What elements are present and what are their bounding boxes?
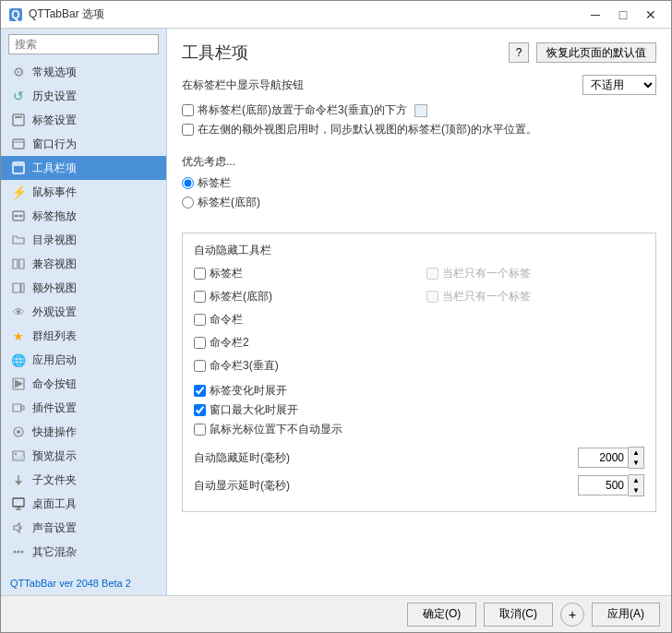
check-expand-row: 标签变化时展开 [194, 383, 644, 399]
hide-delay-down[interactable]: ▼ [629, 458, 643, 468]
hide-delay-arrows: ▲ ▼ [629, 447, 644, 469]
show-delay-down[interactable]: ▼ [629, 485, 643, 496]
check-expand[interactable] [194, 385, 206, 397]
sidebar-item-desktop[interactable]: 桌面工具 [1, 492, 166, 516]
image-icon [10, 448, 27, 464]
sidebar-item-twinview[interactable]: 兼容视图 [1, 252, 166, 276]
close-button[interactable]: ✕ [638, 5, 664, 25]
check-maximize[interactable] [194, 404, 206, 416]
twin-icon [10, 256, 27, 272]
sidebar-item-preview[interactable]: 预览提示 [1, 444, 166, 468]
ok-button[interactable]: 确定(O) [407, 603, 476, 627]
sidebar-item-window[interactable]: 窗口行为 [1, 132, 166, 156]
sidebar-item-toolbar[interactable]: 工具栏项 [1, 156, 166, 180]
svg-rect-14 [13, 283, 20, 293]
sidebar-item-history[interactable]: ↺ 历史设置 [1, 84, 166, 108]
delay-section: 自动隐藏延时(毫秒) 2000 ▲ ▼ 自动显示延时(毫秒) 500 [194, 447, 644, 496]
sidebar-item-appearance[interactable]: 👁 外观设置 [1, 300, 166, 324]
autohide-side-check-0[interactable] [426, 268, 438, 280]
radio1-label: 标签栏 [198, 175, 231, 191]
svg-rect-26 [13, 498, 24, 507]
nav-buttons-row: 在标签栏中显示导航按钮 不适用 [182, 75, 656, 95]
sidebar-item-appstart[interactable]: 🌐 应用启动 [1, 348, 166, 372]
show-delay-up[interactable]: ▲ [629, 475, 643, 485]
show-delay-label: 自动显示延时(毫秒) [194, 478, 578, 494]
show-delay-arrows: ▲ ▼ [629, 474, 644, 496]
autohide-side-0: 当栏只有一个标签 [426, 266, 644, 281]
sidebar-item-mouse[interactable]: ⚡ 鼠标事件 [1, 180, 166, 204]
help-button[interactable]: ? [509, 42, 529, 63]
subdir-icon [10, 472, 27, 488]
radio2[interactable] [182, 197, 194, 209]
checkbox2[interactable] [182, 124, 194, 136]
plus-button[interactable]: + [560, 603, 584, 627]
content-area: ⚙ 常规选项 ↺ 历史设置 标签设置 窗口行为 [1, 29, 671, 595]
sidebar-item-grouplist[interactable]: ★ 群组列表 [1, 324, 166, 348]
sidebar-item-drag[interactable]: 标签拖放 [1, 204, 166, 228]
radio1[interactable] [182, 177, 194, 189]
svg-marker-10 [14, 214, 17, 218]
version-link[interactable]: QTTabBar ver 2048 Beta 2 [10, 578, 131, 589]
svg-rect-4 [13, 139, 24, 149]
svg-point-32 [18, 551, 20, 554]
sidebar-item-dirview[interactable]: 目录视图 [1, 228, 166, 252]
svg-rect-7 [14, 163, 23, 166]
svg-marker-30 [14, 523, 19, 532]
sidebar-item-hotkey[interactable]: 快捷操作 [1, 420, 166, 444]
autohide-side-check-1[interactable] [426, 291, 438, 303]
autohide-row-0: 标签栏 [194, 266, 412, 281]
checkbox1-label: 将标签栏(底部)放置于命令栏3(垂直)的下方 [198, 102, 407, 118]
page-title: 工具栏项 [182, 42, 509, 64]
radio2-row: 标签栏(底部) [182, 195, 656, 210]
svg-rect-13 [19, 259, 24, 269]
check-mouse-label: 鼠标光标位置下不自动显示 [210, 422, 342, 437]
autohide-check-0[interactable] [194, 268, 206, 280]
maximize-button[interactable]: □ [610, 5, 636, 25]
auto-hide-section: 自动隐藏工具栏 标签栏 当栏只有一个标签 标签栏(底部) [182, 233, 656, 512]
reset-button[interactable]: 恢复此页面的默认值 [536, 42, 656, 63]
checkbox1[interactable] [182, 104, 194, 116]
svg-rect-19 [21, 406, 24, 410]
autohide-check-3[interactable] [194, 337, 206, 349]
tag-icon [10, 112, 27, 128]
svg-rect-18 [13, 404, 21, 412]
title-bar: Q QTTabBar 选项 ─ □ ✕ [1, 1, 671, 29]
extra-checks: 标签变化时展开 窗口最大化时展开 鼠标光标位置下不自动显示 [194, 383, 644, 437]
search-input[interactable] [8, 34, 159, 54]
sidebar-item-subdir[interactable]: 子文件夹 [1, 468, 166, 492]
sidebar-item-cmdbutton[interactable]: ▶ 命令按钮 [1, 372, 166, 396]
hide-delay-up[interactable]: ▲ [629, 448, 643, 458]
history-icon: ↺ [10, 88, 27, 104]
sidebar-item-extview[interactable]: 额外视图 [1, 276, 166, 300]
hide-delay-input[interactable]: 2000 [578, 448, 629, 468]
show-delay-input[interactable]: 500 [578, 475, 629, 496]
check-mouse[interactable] [194, 424, 206, 436]
window-icon [10, 136, 27, 152]
sidebar: ⚙ 常规选项 ↺ 历史设置 标签设置 窗口行为 [1, 29, 167, 595]
sidebar-item-misc[interactable]: 其它混杂 [1, 540, 166, 564]
minimize-button[interactable]: ─ [582, 5, 608, 25]
checkbox1-extra-box[interactable] [414, 104, 427, 117]
nav-buttons-select[interactable]: 不适用 [582, 75, 656, 95]
sidebar-item-tabs[interactable]: 标签设置 [1, 108, 166, 132]
sidebar-footer: QTTabBar ver 2048 Beta 2 [1, 571, 166, 595]
sidebar-item-sound[interactable]: 声音设置 [1, 516, 166, 540]
svg-rect-3 [15, 116, 22, 118]
autohide-side-1: 当栏只有一个标签 [426, 289, 644, 305]
autohide-row-4: 命令栏3(垂直) [194, 358, 412, 374]
nav-buttons-label: 在标签栏中显示导航按钮 [182, 78, 582, 93]
hide-delay-label: 自动隐藏延时(毫秒) [194, 450, 578, 466]
autohide-check-4[interactable] [194, 360, 206, 372]
autohide-check-1[interactable] [194, 291, 206, 303]
svg-rect-2 [13, 114, 24, 125]
star-icon: ★ [10, 328, 27, 344]
sidebar-item-general[interactable]: ⚙ 常规选项 [1, 60, 166, 84]
sound-icon [10, 520, 27, 536]
cancel-button[interactable]: 取消(C) [484, 603, 553, 627]
autohide-check-2[interactable] [194, 314, 206, 326]
window-title: QTTabBar 选项 [29, 6, 582, 22]
drag-icon [10, 208, 27, 224]
sidebar-item-plugin[interactable]: 插件设置 [1, 396, 166, 420]
nav-list: ⚙ 常规选项 ↺ 历史设置 标签设置 窗口行为 [1, 60, 166, 571]
apply-button[interactable]: 应用(A) [592, 603, 660, 627]
